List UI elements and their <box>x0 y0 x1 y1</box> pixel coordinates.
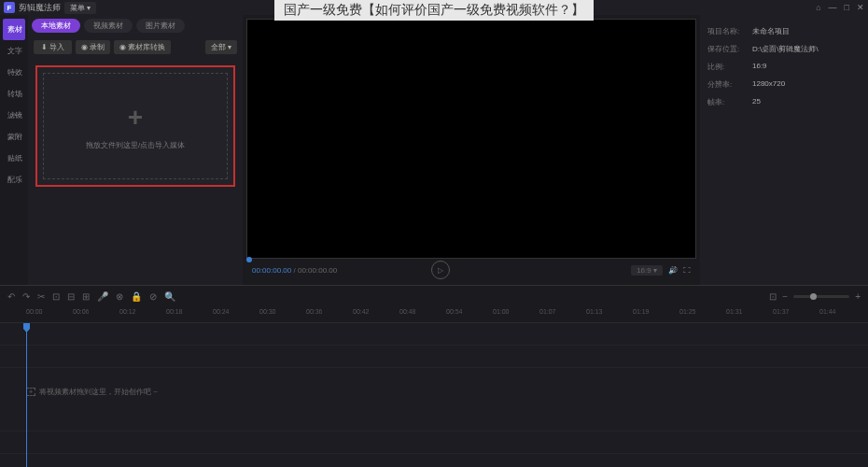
zoom-out-icon[interactable]: − <box>782 291 788 302</box>
timeline-ruler[interactable]: 00:0000:0600:1200:1800:2400:3000:3600:42… <box>0 306 868 323</box>
prop-value-path: D:\桌面\剪辑魔法师\ <box>752 44 819 54</box>
tool-icon-3[interactable]: ⊞ <box>82 291 90 302</box>
sidebar-item-transition[interactable]: 转场 <box>0 83 28 105</box>
prop-label-name: 项目名称: <box>707 26 745 36</box>
prop-label-path: 保存位置: <box>707 44 745 54</box>
time-current: 00:00:00.00 <box>252 266 291 275</box>
timeline-tracks[interactable]: + 将视频素材拖到这里，开始创作吧 ~ <box>0 323 868 467</box>
ruler-tick: 01:37 <box>773 308 790 315</box>
convert-chip[interactable]: ◉ 素材库转换 <box>114 40 171 54</box>
plus-icon: + <box>128 103 143 133</box>
cut-icon[interactable]: ✂ <box>37 291 45 302</box>
sidebar-item-sticker[interactable]: 贴纸 <box>0 148 28 169</box>
tool-icon-1[interactable]: ⊡ <box>52 291 60 302</box>
sidebar-item-overlay[interactable]: 蒙附 <box>0 126 28 148</box>
redo-icon[interactable]: ↷ <box>22 291 30 302</box>
prop-label-res: 分辨率: <box>707 79 745 90</box>
ruler-tick: 00:06 <box>73 308 90 315</box>
properties-panel: 项目名称:未命名项目 保存位置:D:\桌面\剪辑魔法师\ 比例:16:9 分辨率… <box>700 15 868 285</box>
ruler-tick: 00:12 <box>119 308 136 315</box>
mic-icon[interactable]: 🎤 <box>97 291 108 302</box>
ruler-tick: 00:18 <box>166 308 183 315</box>
ruler-tick: 01:19 <box>633 308 650 315</box>
app-name: 剪辑魔法师 <box>19 2 61 14</box>
sidebar-item-text[interactable]: 文字 <box>0 40 28 62</box>
hint-plus-icon: + <box>26 388 35 396</box>
zoom-fit-icon[interactable]: ⊡ <box>769 291 777 302</box>
tab-video-media[interactable]: 视频素材 <box>84 19 133 33</box>
menu-button[interactable]: 菜单 ▾ <box>64 2 96 14</box>
home-icon[interactable]: ⌂ <box>816 3 820 12</box>
search-icon[interactable]: 🔍 <box>164 291 175 302</box>
ruler-tick: 00:42 <box>353 308 370 315</box>
zoom-slider[interactable] <box>793 295 849 298</box>
ruler-tick: 01:07 <box>539 308 556 315</box>
timeline-toolbar: ↶ ↷ ✂ ⊡ ⊟ ⊞ 🎤 ⊗ 🔒 ⊘ 🔍 ⊡ − + <box>0 286 868 306</box>
timeline: ↶ ↷ ✂ ⊡ ⊟ ⊞ 🎤 ⊗ 🔒 ⊘ 🔍 ⊡ − + 00:0000:0600… <box>0 285 868 467</box>
track-row[interactable] <box>0 346 868 368</box>
playhead[interactable] <box>26 323 27 467</box>
lock-icon[interactable]: 🔒 <box>131 291 142 302</box>
sidebar-item-effects[interactable]: 特效 <box>0 62 28 83</box>
tab-image-media[interactable]: 图片素材 <box>136 19 185 33</box>
prop-label-ratio: 比例: <box>707 62 745 72</box>
ratio-selector[interactable]: 16:9 ▾ <box>631 265 663 276</box>
app-logo-icon: F <box>4 2 15 13</box>
ruler-tick: 01:44 <box>819 308 836 315</box>
ruler-tick: 00:54 <box>446 308 463 315</box>
ruler-tick: 01:00 <box>493 308 510 315</box>
track-row[interactable] <box>0 409 868 432</box>
undo-icon[interactable]: ↶ <box>7 291 15 302</box>
import-button[interactable]: ⬇ 导入 <box>34 40 72 54</box>
sidebar: 素材 文字 特效 转场 滤镜 蒙附 贴纸 配乐 <box>0 15 28 285</box>
tab-local-media[interactable]: 本地素材 <box>32 19 80 33</box>
prop-value-ratio: 16:9 <box>752 62 767 72</box>
tool-icon-4[interactable]: ⊗ <box>116 291 123 302</box>
prop-value-name: 未命名项目 <box>752 26 790 36</box>
maximize-icon[interactable]: □ <box>845 3 849 12</box>
preview-panel: 00:00:00.00 / 00:00:00.00 ▷ 16:9 ▾ 🔊 ⛶ <box>243 15 700 285</box>
prop-value-fps: 25 <box>752 97 761 107</box>
ruler-tick: 01:13 <box>586 308 603 315</box>
close-icon[interactable]: ✕ <box>857 3 864 12</box>
timeline-hint: + 将视频素材拖到这里，开始创作吧 ~ <box>26 387 158 397</box>
volume-icon[interactable]: 🔊 <box>668 266 678 275</box>
zoom-in-icon[interactable]: + <box>855 291 861 302</box>
filter-all-chip[interactable]: 全部 ▾ <box>205 40 237 54</box>
prop-value-res: 1280x720 <box>752 79 785 90</box>
media-dropzone[interactable]: + 拖放文件到这里/点击导入媒体 <box>35 65 235 187</box>
tool-icon-2[interactable]: ⊟ <box>67 291 75 302</box>
minimize-icon[interactable]: — <box>829 3 837 12</box>
sidebar-item-filter[interactable]: 滤镜 <box>0 105 28 126</box>
media-panel: 本地素材 视频素材 图片素材 ⬇ 导入 ◉ 录制 ◉ 素材库转换 全部 ▾ + … <box>28 15 243 285</box>
tool-icon-5[interactable]: ⊘ <box>149 291 157 302</box>
track-row[interactable] <box>0 323 868 346</box>
overlay-banner: 国产一级免费【如何评价国产一级免费视频软件？】 <box>274 0 594 21</box>
time-duration: 00:00:00.00 <box>298 266 337 275</box>
record-chip[interactable]: ◉ 录制 <box>76 40 110 54</box>
fullscreen-icon[interactable]: ⛶ <box>683 266 691 275</box>
ruler-tick: 01:25 <box>679 308 696 315</box>
ruler-tick: 00:00 <box>26 308 43 315</box>
preview-video[interactable] <box>246 19 696 259</box>
track-row[interactable] <box>0 432 868 454</box>
ruler-tick: 00:36 <box>306 308 323 315</box>
dropzone-text: 拖放文件到这里/点击导入媒体 <box>86 140 185 150</box>
prop-label-fps: 帧率: <box>707 97 745 107</box>
ruler-tick: 00:30 <box>259 308 276 315</box>
sidebar-item-music[interactable]: 配乐 <box>0 169 28 191</box>
play-button[interactable]: ▷ <box>431 261 450 279</box>
ruler-tick: 00:48 <box>399 308 416 315</box>
sidebar-item-media[interactable]: 素材 <box>3 19 25 40</box>
ruler-tick: 00:24 <box>213 308 230 315</box>
ruler-tick: 01:31 <box>726 308 743 315</box>
